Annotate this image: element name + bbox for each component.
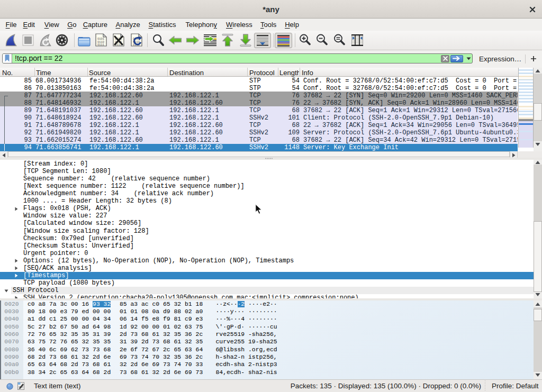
- svg-text:0111: 0111: [97, 43, 104, 47]
